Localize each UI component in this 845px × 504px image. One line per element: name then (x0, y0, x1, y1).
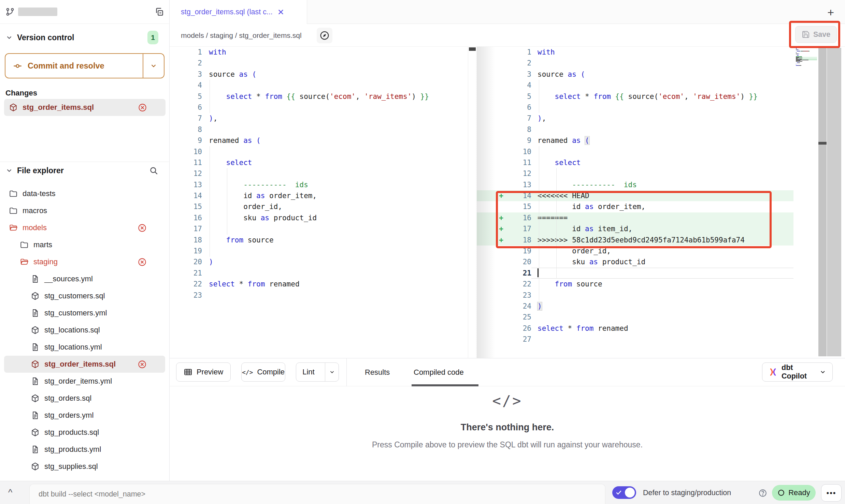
commit-dropdown[interactable] (143, 54, 164, 78)
left-pane-scrollbar[interactable] (468, 47, 476, 358)
discard-change-icon[interactable] (138, 103, 147, 112)
code-line[interactable]: 21 (170, 268, 468, 279)
file-explorer-item-macros[interactable]: macros (4, 202, 165, 219)
search-icon[interactable] (149, 166, 158, 175)
code-line[interactable]: 12 (477, 168, 793, 179)
code-line[interactable]: 10 (477, 146, 793, 157)
code-line[interactable]: 6 (477, 102, 793, 113)
file-explorer-item-stg_products.yml[interactable]: stg_products.yml (4, 441, 165, 458)
code-line[interactable]: +17 id as item_id, (477, 223, 793, 234)
code-line[interactable]: 11 select (477, 157, 793, 168)
minimap[interactable] (796, 48, 817, 66)
changed-file-row[interactable]: stg_order_items.sql (4, 99, 166, 116)
code-line[interactable]: 11 select (170, 157, 468, 168)
code-line[interactable]: 4 (477, 80, 793, 91)
code-line[interactable]: 16 sku as product_id (170, 212, 468, 223)
editor-pane-original[interactable]: 1with23source as (45 select * from {{ so… (170, 47, 468, 301)
code-line[interactable]: 4 (170, 80, 468, 91)
commit-and-resolve-button[interactable]: Commit and resolve (5, 53, 164, 78)
file-explorer-item-stg_order_items.yml[interactable]: stg_order_items.yml (4, 373, 165, 390)
code-line[interactable]: 9renamed as ( (170, 135, 468, 146)
code-line[interactable]: 20) (170, 256, 468, 267)
code-line[interactable]: 25 (477, 312, 793, 323)
discard-change-icon[interactable] (138, 257, 147, 267)
copy-files-icon[interactable] (155, 7, 164, 16)
code-line[interactable]: 26select * from renamed (477, 323, 793, 334)
file-explorer-item-stg_supplies.sql[interactable]: stg_supplies.sql (4, 458, 165, 475)
code-line[interactable]: 1with (170, 47, 468, 58)
command-input[interactable]: dbt build --select <model_name> (29, 484, 605, 504)
file-explorer-item-stg_order_items.sql[interactable]: stg_order_items.sql (4, 356, 165, 373)
code-line[interactable]: 23 (170, 290, 468, 301)
code-line[interactable]: 7), (477, 113, 793, 124)
code-line[interactable]: 13 ---------- ids (477, 179, 793, 190)
new-tab-icon[interactable]: + (827, 6, 834, 19)
tab-compiled-code[interactable]: Compiled code (414, 358, 464, 386)
code-line[interactable]: 2 (170, 58, 468, 69)
defer-toggle[interactable] (612, 486, 636, 499)
file-explorer-item-marts[interactable]: marts (4, 236, 165, 253)
lineage-button[interactable] (317, 28, 332, 43)
version-control-header[interactable]: Version control 1 (0, 29, 169, 46)
code-line[interactable]: 18 from source (170, 235, 468, 246)
code-line[interactable]: 15 id as order_item, (477, 201, 793, 212)
code-line[interactable]: 15 order_id, (170, 201, 468, 212)
code-line[interactable]: 23 (477, 290, 793, 301)
code-line[interactable]: 8 (170, 124, 468, 135)
code-line[interactable]: +14<<<<<<< HEAD (477, 190, 793, 201)
lint-button[interactable]: Lint (296, 362, 339, 382)
preview-button[interactable]: Preview (176, 362, 231, 382)
file-explorer-item-staging[interactable]: staging (4, 253, 165, 270)
code-line[interactable]: +16======= (477, 212, 793, 223)
code-line[interactable]: 7), (170, 113, 468, 124)
tab-stg-order-items[interactable]: stg_order_items.sql (last c... ✕ (170, 0, 307, 24)
code-line[interactable]: 5 select * from {{ source('ecom', 'raw_i… (170, 91, 468, 102)
tab-results[interactable]: Results (365, 358, 390, 386)
code-line[interactable]: 5 select * from {{ source('ecom', 'raw_i… (477, 91, 793, 102)
git-branch-icon[interactable] (5, 7, 15, 16)
code-line[interactable]: 14 id as order_item, (170, 190, 468, 201)
file-explorer-item-stg_customers.yml[interactable]: stg_customers.yml (4, 305, 165, 322)
more-options-button[interactable]: ••• (821, 484, 842, 502)
file-explorer-item-models[interactable]: models (4, 219, 165, 236)
file-explorer-item-stg_orders.sql[interactable]: stg_orders.sql (4, 390, 165, 407)
code-line[interactable]: 8 (477, 124, 793, 135)
file-explorer-item-stg_orders.yml[interactable]: stg_orders.yml (4, 407, 165, 424)
code-line[interactable]: 9renamed as ( (477, 135, 793, 146)
dbt-copilot-button[interactable]: dbt Copilot (762, 362, 833, 382)
code-line[interactable]: 24) (477, 301, 793, 312)
code-line[interactable]: 3source as ( (477, 69, 793, 80)
code-line[interactable]: 27 (477, 334, 793, 345)
help-icon[interactable] (758, 489, 767, 498)
code-line[interactable]: +18>>>>>>> 58c1dd23d5eebd9cd2495fa7124ab… (477, 235, 793, 246)
compile-button[interactable]: </> Compile (241, 362, 285, 382)
code-line[interactable]: 1with (477, 47, 793, 58)
file-explorer-item-stg_locations.sql[interactable]: stg_locations.sql (4, 322, 165, 339)
code-line[interactable]: 17 (170, 223, 468, 234)
code-line[interactable]: 19 order_id, (477, 246, 793, 256)
code-line[interactable]: 6 (170, 102, 468, 113)
code-line[interactable]: 20 sku as product_id (477, 256, 793, 267)
tab-close-icon[interactable]: ✕ (277, 8, 284, 16)
file-explorer-item-stg_locations.yml[interactable]: stg_locations.yml (4, 339, 165, 356)
file-explorer-header[interactable]: File explorer (0, 162, 169, 179)
save-button[interactable]: Save (795, 26, 837, 43)
code-line[interactable]: 2 (477, 58, 793, 69)
code-line[interactable]: 10 (170, 146, 468, 157)
expand-command-bar-icon[interactable]: ^ (8, 487, 12, 498)
code-line[interactable]: 22 from source (477, 279, 793, 290)
file-explorer-item-stg_products.sql[interactable]: stg_products.sql (4, 424, 165, 441)
code-line[interactable]: 3source as ( (170, 69, 468, 80)
file-explorer-item-__sources.yml[interactable]: __sources.yml (4, 270, 165, 287)
code-line[interactable]: 19 (170, 246, 468, 256)
editor-pane-modified[interactable]: 1with23source as (45 select * from {{ so… (477, 47, 793, 345)
lint-dropdown[interactable] (325, 363, 339, 381)
file-explorer-item-data-tests[interactable]: data-tests (4, 185, 165, 202)
discard-change-icon[interactable] (138, 223, 147, 233)
code-line[interactable]: 21 (477, 268, 793, 279)
code-line[interactable]: 12 (170, 168, 468, 179)
code-line[interactable]: 13 ---------- ids (170, 179, 468, 190)
code-line[interactable]: 22select * from renamed (170, 279, 468, 290)
discard-change-icon[interactable] (138, 360, 147, 369)
file-explorer-item-stg_customers.sql[interactable]: stg_customers.sql (4, 287, 165, 305)
